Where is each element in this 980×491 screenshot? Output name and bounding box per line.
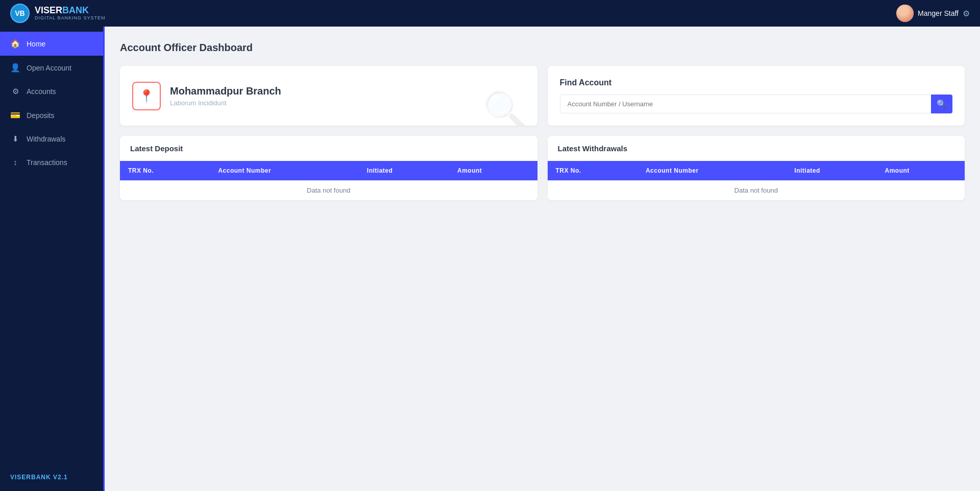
transactions-icon: ↕	[10, 158, 20, 167]
logo-text: VISERBANK DIGITAL BANKING SYSTEM	[35, 6, 106, 21]
withdrawal-col-amount: Amount	[876, 161, 965, 180]
sidebar-label-withdrawals: Withdrawals	[27, 135, 65, 143]
withdrawal-col-account: Account Number	[638, 161, 786, 180]
search-icon: 🔍	[937, 99, 947, 109]
logo-area: VB VISERBANK DIGITAL BANKING SYSTEM	[10, 4, 106, 23]
deposit-col-amount: Amount	[449, 161, 537, 180]
branch-bg-icon: 🔍	[483, 89, 527, 126]
sidebar-label-home: Home	[27, 40, 45, 48]
withdrawals-icon: ⬇	[10, 134, 20, 144]
tables-row: Latest Deposit TRX No. Account Number In…	[120, 136, 965, 200]
deposit-col-initiated: Initiated	[359, 161, 449, 180]
latest-deposit-title: Latest Deposit	[120, 136, 537, 161]
logo-part2: BANK	[62, 5, 89, 15]
sidebar-item-accounts[interactable]: ⚙ Accounts	[0, 80, 105, 103]
find-account-title: Find Account	[560, 78, 953, 87]
page-title: Account Officer Dashboard	[120, 42, 965, 54]
sidebar-item-withdrawals[interactable]: ⬇ Withdrawals	[0, 127, 105, 151]
withdrawals-empty-message: Data not found	[548, 180, 965, 200]
deposit-empty-message: Data not found	[120, 180, 537, 200]
deposit-table: TRX No. Account Number Initiated Amount …	[120, 161, 537, 200]
deposits-icon: 💳	[10, 110, 20, 120]
logo-name: VISERBANK	[35, 6, 106, 16]
withdrawals-table-body: Data not found	[548, 180, 965, 200]
location-pin-icon: 📍	[139, 89, 154, 103]
logo-part1: VISER	[35, 5, 62, 15]
layout: 🏠 Home 👤 Open Account ⚙ Accounts 💳 Depos…	[0, 27, 980, 491]
branch-name: Mohammadpur Branch	[170, 85, 281, 97]
search-button[interactable]: 🔍	[931, 95, 952, 113]
open-account-icon: 👤	[10, 63, 20, 73]
settings-icon[interactable]: ⚙	[963, 9, 970, 18]
sidebar-label-deposits: Deposits	[27, 111, 54, 120]
avatar-image	[896, 5, 914, 22]
latest-withdrawals-title: Latest Withdrawals	[548, 136, 965, 161]
sidebar-item-home[interactable]: 🏠 Home	[0, 32, 105, 56]
sidebar-item-deposits[interactable]: 💳 Deposits	[0, 103, 105, 127]
branch-subtitle: Laborum Incididunt	[170, 99, 281, 107]
logo-circle: VB	[10, 4, 30, 23]
search-row: 🔍	[560, 95, 953, 113]
find-account-card: Find Account 🔍	[548, 66, 965, 126]
avatar	[896, 5, 914, 22]
sidebar-label-open-account: Open Account	[27, 64, 71, 72]
accounts-icon: ⚙	[10, 87, 20, 96]
logo-initials: VB	[15, 9, 24, 17]
withdrawal-col-initiated: Initiated	[786, 161, 876, 180]
search-input[interactable]	[560, 95, 932, 113]
sidebar-label-accounts: Accounts	[27, 87, 56, 96]
branch-icon-box: 📍	[132, 82, 161, 110]
user-name: Manger Staff	[918, 9, 959, 17]
branch-card: 📍 Mohammadpur Branch Laborum Incididunt …	[120, 66, 537, 126]
deposit-table-header: TRX No. Account Number Initiated Amount	[120, 161, 537, 180]
deposit-col-trx: TRX No.	[120, 161, 210, 180]
header-user: Manger Staff ⚙	[896, 5, 970, 22]
sidebar: 🏠 Home 👤 Open Account ⚙ Accounts 💳 Depos…	[0, 27, 105, 491]
latest-withdrawals-card: Latest Withdrawals TRX No. Account Numbe…	[548, 136, 965, 200]
sidebar-item-transactions[interactable]: ↕ Transactions	[0, 151, 105, 174]
top-row: 📍 Mohammadpur Branch Laborum Incididunt …	[120, 66, 965, 126]
sidebar-version: VISERBANK V2.1	[0, 463, 105, 491]
withdrawal-col-trx: TRX No.	[548, 161, 638, 180]
sidebar-item-open-account[interactable]: 👤 Open Account	[0, 56, 105, 80]
sidebar-label-transactions: Transactions	[27, 158, 67, 167]
top-header: VB VISERBANK DIGITAL BANKING SYSTEM Mang…	[0, 0, 980, 27]
deposit-table-body: Data not found	[120, 180, 537, 200]
home-icon: 🏠	[10, 39, 20, 49]
withdrawals-table: TRX No. Account Number Initiated Amount …	[548, 161, 965, 200]
withdrawals-table-header: TRX No. Account Number Initiated Amount	[548, 161, 965, 180]
logo-subtitle: DIGITAL BANKING SYSTEM	[35, 16, 106, 21]
deposit-col-account: Account Number	[210, 161, 358, 180]
main-content: Account Officer Dashboard 📍 Mohammadpur …	[105, 27, 980, 491]
branch-info: Mohammadpur Branch Laborum Incididunt	[170, 85, 281, 107]
latest-deposit-card: Latest Deposit TRX No. Account Number In…	[120, 136, 537, 200]
